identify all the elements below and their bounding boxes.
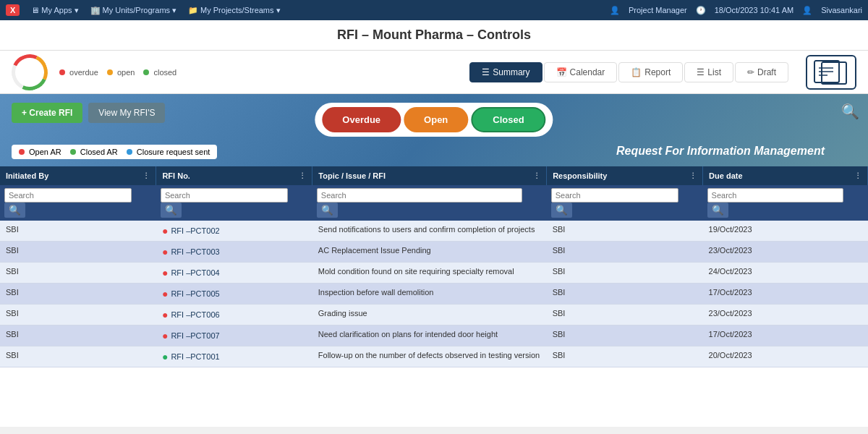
legend-closed: closed bbox=[143, 68, 176, 77]
nav-right-info: 👤 Project Manager 🕐 18/Oct/2023 10:41 AM… bbox=[610, 6, 862, 15]
table-body: SBI ● RFI –PCT002 Send notifications to … bbox=[0, 221, 868, 367]
legend-area: overdue open closed bbox=[59, 68, 176, 77]
cell-topic-5: Need clarification on plans for intended… bbox=[312, 326, 547, 346]
tab-draft[interactable]: ✏ Draft bbox=[735, 62, 788, 82]
search-cell-rfino: 🔍 bbox=[156, 185, 312, 221]
cell-initiated-2: SBI bbox=[0, 263, 156, 284]
cell-initiated-4: SBI bbox=[0, 305, 156, 326]
cell-rfino-5[interactable]: ● RFI –PCT007 bbox=[156, 326, 312, 346]
table-header: Initiated By ⋮ RFI No. ⋮ Topic / Issue /… bbox=[0, 166, 868, 185]
sort-icon-initiated[interactable]: ⋮ bbox=[142, 171, 150, 179]
search-initiated-input[interactable] bbox=[4, 188, 132, 203]
action-bar: + Create RFI View My RFI'S Overdue Open … bbox=[0, 94, 868, 166]
legend-overdue: overdue bbox=[59, 68, 98, 77]
sort-icon-topic[interactable]: ⋮ bbox=[533, 171, 540, 179]
tabs-area: ☰ Summary 📅 Calendar 📋 Report ☰ List ✏ D… bbox=[469, 62, 788, 82]
table-row: SBI ● RFI –PCT002 Send notifications to … bbox=[0, 221, 868, 242]
cell-due-4: 23/Oct/2023 bbox=[703, 305, 868, 326]
cell-rfino-4[interactable]: ● RFI –PCT006 bbox=[156, 305, 312, 326]
report-icon: 📋 bbox=[631, 67, 642, 77]
open-dot bbox=[107, 69, 113, 75]
cell-resp-4: SBI bbox=[547, 305, 703, 326]
search-rfino-input[interactable] bbox=[161, 188, 288, 203]
cell-topic-6: Follow-up on the number of defects obser… bbox=[312, 346, 547, 367]
tab-calendar[interactable]: 📅 Calendar bbox=[544, 62, 618, 82]
col-duedate: Due date ⋮ bbox=[703, 166, 868, 185]
table-row: SBI ● RFI –PCT004 Mold condition found o… bbox=[0, 263, 868, 284]
cell-due-6: 20/Oct/2023 bbox=[703, 346, 868, 367]
cell-rfino-0[interactable]: ● RFI –PCT002 bbox=[156, 221, 312, 242]
page-title: RFI – Mount Pharma – Controls bbox=[0, 20, 868, 51]
cell-resp-2: SBI bbox=[547, 263, 703, 284]
company-logo bbox=[7, 48, 53, 95]
table-container: Initiated By ⋮ RFI No. ⋮ Topic / Issue /… bbox=[0, 166, 868, 427]
cell-rfino-6[interactable]: ● RFI –PCT001 bbox=[156, 346, 312, 367]
cell-topic-4: Grading issue bbox=[312, 305, 547, 326]
search-cell-initiated: 🔍 bbox=[0, 185, 156, 221]
nav-myprojects[interactable]: 📁 My Projects/Streams ▾ bbox=[188, 6, 280, 15]
sort-icon-due[interactable]: ⋮ bbox=[854, 171, 861, 179]
cell-rfino-2[interactable]: ● RFI –PCT004 bbox=[156, 263, 312, 284]
search-initiated-button[interactable]: 🔍 bbox=[4, 203, 25, 218]
cell-resp-1: SBI bbox=[547, 242, 703, 263]
nav-myunits[interactable]: 🏢 My Units/Programs ▾ bbox=[90, 6, 177, 15]
tab-report[interactable]: 📋 Report bbox=[618, 62, 683, 82]
nav-myapps[interactable]: 🖥 My Apps ▾ bbox=[31, 6, 78, 15]
legend2-area: Open AR Closed AR Closure request sent bbox=[12, 145, 217, 159]
cell-resp-3: SBI bbox=[547, 284, 703, 305]
rfi-table: Initiated By ⋮ RFI No. ⋮ Topic / Issue /… bbox=[0, 166, 868, 367]
cell-due-5: 17/Oct/2023 bbox=[703, 326, 868, 346]
cell-due-2: 24/Oct/2023 bbox=[703, 263, 868, 284]
legend2-closure-sent: Closure request sent bbox=[127, 148, 210, 156]
cell-due-0: 19/Oct/2023 bbox=[703, 221, 868, 242]
search-icon[interactable]: 🔍 bbox=[841, 103, 859, 120]
nav-datetime: 18/Oct/2023 10:41 AM bbox=[715, 6, 793, 14]
search-due-button[interactable]: 🔍 bbox=[707, 203, 728, 218]
cell-topic-2: Mold condition found on site requiring s… bbox=[312, 263, 547, 284]
filter-overdue-button[interactable]: Overdue bbox=[322, 107, 401, 132]
cell-rfino-1[interactable]: ● RFI –PCT003 bbox=[156, 242, 312, 263]
filter-buttons-container: Overdue Open Closed bbox=[315, 103, 553, 137]
tab-list[interactable]: ☰ List bbox=[684, 62, 733, 82]
list-icon: ☰ bbox=[697, 67, 705, 77]
rfi-banner-text: Request For Information Management bbox=[616, 145, 825, 158]
sort-icon-resp[interactable]: ⋮ bbox=[689, 171, 697, 179]
sort-icon-rfino[interactable]: ⋮ bbox=[299, 171, 306, 179]
view-myrfi-button[interactable]: View My RFI'S bbox=[88, 103, 165, 123]
cell-initiated-0: SBI bbox=[0, 221, 156, 242]
search-topic-input[interactable] bbox=[317, 188, 522, 203]
tab-summary[interactable]: ☰ Summary bbox=[469, 62, 542, 82]
search-resp-button[interactable]: 🔍 bbox=[551, 203, 572, 218]
rfi-document-icon bbox=[806, 55, 856, 90]
search-resp-input[interactable] bbox=[551, 188, 678, 203]
search-due-input[interactable] bbox=[707, 188, 843, 203]
cell-rfino-3[interactable]: ● RFI –PCT005 bbox=[156, 284, 312, 305]
nav-username: Sivasankari bbox=[821, 6, 862, 14]
open-ar-dot bbox=[19, 149, 25, 155]
col-rfi-no: RFI No. ⋮ bbox=[156, 166, 312, 185]
filter-closed-button[interactable]: Closed bbox=[471, 107, 545, 132]
table-row: SBI ● RFI –PCT003 AC Replacement Issue P… bbox=[0, 242, 868, 263]
cell-initiated-3: SBI bbox=[0, 284, 156, 305]
create-rfi-button[interactable]: + Create RFI bbox=[12, 103, 82, 123]
table-row: SBI ● RFI –PCT006 Grading issue SBI 23/O… bbox=[0, 305, 868, 326]
cell-topic-1: AC Replacement Issue Pending bbox=[312, 242, 547, 263]
legend2-open-ar: Open AR bbox=[19, 148, 61, 156]
legend2-closed-ar: Closed AR bbox=[70, 148, 118, 156]
search-topic-button[interactable]: 🔍 bbox=[317, 203, 338, 218]
cell-initiated-6: SBI bbox=[0, 346, 156, 367]
search-rfino-button[interactable]: 🔍 bbox=[161, 203, 182, 218]
filter-open-button[interactable]: Open bbox=[404, 107, 468, 132]
cell-resp-0: SBI bbox=[547, 221, 703, 242]
table-row: SBI ● RFI –PCT001 Follow-up on the numbe… bbox=[0, 346, 868, 367]
search-cell-due: 🔍 bbox=[703, 185, 868, 221]
draft-icon: ✏ bbox=[747, 67, 754, 77]
search-cell-resp: 🔍 bbox=[547, 185, 703, 221]
cell-initiated-5: SBI bbox=[0, 326, 156, 346]
table-row: SBI ● RFI –PCT007 Need clarification on … bbox=[0, 326, 868, 346]
overdue-dot bbox=[59, 69, 65, 75]
svg-rect-1 bbox=[822, 62, 846, 84]
calendar-icon: 📅 bbox=[556, 67, 567, 77]
nav-clock-icon: 🕐 bbox=[696, 6, 706, 15]
cell-topic-0: Send notifications to users and confirm … bbox=[312, 221, 547, 242]
